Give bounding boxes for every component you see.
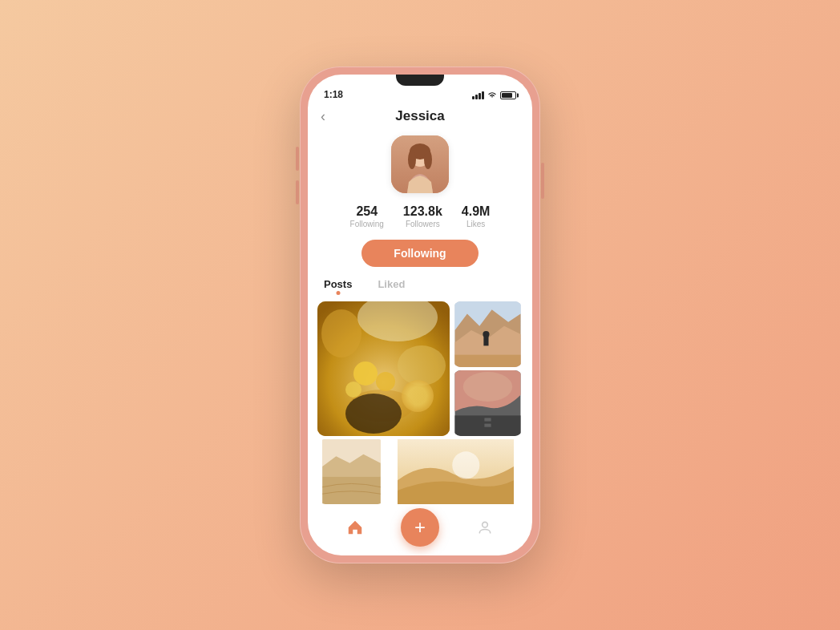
tab-liked[interactable]: Liked	[378, 278, 405, 293]
svg-point-34	[452, 451, 479, 479]
svg-rect-25	[484, 418, 491, 421]
header: ‹ Jessica	[308, 105, 532, 131]
svg-point-35	[483, 522, 488, 527]
stat-followers-label: Followers	[406, 220, 440, 228]
profile-name-header: Jessica	[395, 108, 444, 124]
tab-posts[interactable]: Posts	[324, 278, 352, 293]
stat-likes: 4.9M Likes	[462, 204, 491, 228]
power-button	[541, 163, 544, 199]
profile-section: 254 Following 123.8k Followers 4.9M Like…	[308, 131, 532, 278]
photo-cell-desert-flat[interactable]	[317, 439, 386, 504]
notch	[380, 75, 460, 92]
content-tabs: Posts Liked	[308, 278, 532, 293]
notch-inner	[396, 75, 444, 86]
photo-grid	[308, 301, 532, 504]
phone-frame: 1:18	[300, 67, 540, 563]
svg-point-13	[376, 372, 395, 391]
svg-point-8	[321, 309, 361, 357]
signal-bar-1	[472, 96, 475, 99]
svg-point-12	[353, 361, 378, 386]
svg-point-4	[408, 150, 416, 169]
signal-icon	[472, 91, 484, 99]
svg-point-15	[345, 394, 402, 434]
svg-rect-20	[455, 355, 521, 367]
photo-cell-road[interactable]	[453, 370, 523, 436]
signal-bar-2	[475, 95, 478, 99]
signal-bar-3	[479, 93, 481, 99]
status-time: 1:18	[324, 89, 343, 100]
bottom-nav: +	[308, 504, 532, 555]
nav-profile[interactable]	[469, 511, 501, 543]
volume-up-button	[296, 147, 299, 171]
svg-rect-31	[322, 477, 380, 504]
phone-screen: 1:18	[308, 75, 532, 555]
svg-point-22	[483, 331, 489, 337]
profile-icon	[477, 519, 493, 535]
photo-cell-flowers[interactable]	[317, 301, 450, 436]
svg-rect-26	[484, 424, 491, 427]
stat-likes-value: 4.9M	[462, 204, 491, 219]
nav-home[interactable]	[339, 511, 371, 543]
photo-stacked-right	[453, 301, 523, 436]
avatar	[391, 135, 449, 193]
photo-cell-canyon[interactable]	[453, 301, 523, 367]
stat-following: 254 Following	[350, 204, 384, 228]
following-button[interactable]: Following	[361, 240, 478, 267]
grid-row-2	[317, 439, 523, 504]
stats-row: 254 Following 123.8k Followers 4.9M Like…	[350, 204, 491, 228]
battery-icon	[500, 91, 516, 99]
stat-followers-value: 123.8k	[403, 204, 442, 219]
grid-row-1	[317, 301, 523, 436]
photo-cell-desert-dunes[interactable]	[389, 439, 523, 504]
home-icon	[346, 519, 364, 536]
status-icons	[472, 91, 516, 100]
wifi-icon	[487, 91, 497, 100]
add-icon: +	[414, 518, 426, 537]
back-button[interactable]: ‹	[321, 108, 325, 125]
stat-likes-label: Likes	[466, 220, 485, 228]
stat-following-value: 254	[356, 204, 378, 219]
svg-point-9	[398, 345, 446, 386]
battery-fill	[502, 93, 512, 98]
stat-following-label: Following	[350, 220, 384, 228]
stat-followers: 123.8k Followers	[403, 204, 442, 228]
volume-down-button	[296, 180, 299, 204]
add-button[interactable]: +	[401, 508, 439, 547]
svg-point-14	[345, 382, 361, 398]
svg-point-27	[463, 372, 513, 402]
svg-point-5	[424, 150, 432, 169]
signal-bar-4	[482, 91, 484, 99]
